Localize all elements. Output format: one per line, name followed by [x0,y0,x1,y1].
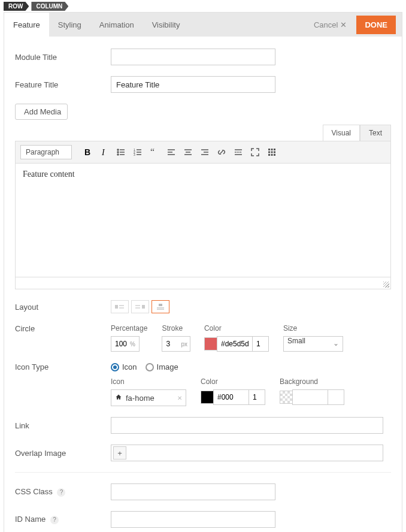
svg-text:3: 3 [134,153,135,156]
blockquote-button[interactable]: “ [147,145,162,159]
svg-point-6 [117,152,119,153]
circle-color-label: Color [204,324,269,332]
module-title-label: Module Title [15,53,111,62]
link-button[interactable] [214,145,229,159]
stroke-input[interactable] [162,336,190,352]
editor-tab-text[interactable]: Text [360,125,391,141]
help-icon[interactable]: ? [50,516,59,524]
stroke-label: Stroke [162,324,190,332]
icon-color-swatch[interactable] [201,391,214,404]
editor-resize-handle[interactable] [15,277,391,289]
overlap-image-label: Overlap Image [15,449,111,458]
size-label: Size [283,324,343,332]
radio-icon[interactable]: Icon [111,362,137,371]
radio-image[interactable]: Image [146,362,178,371]
align-right-button[interactable] [198,145,212,159]
done-button[interactable]: DONE [356,16,396,34]
svg-point-4 [117,149,119,150]
svg-rect-43 [135,307,140,309]
bg-color-input[interactable] [292,389,328,405]
bullet-list-button[interactable] [114,145,128,159]
link-label: Link [15,421,111,430]
svg-rect-39 [119,305,124,306]
align-left-button[interactable] [164,145,178,159]
radio-dot-icon [111,363,119,371]
format-select[interactable]: Paragraph [20,145,72,159]
icon-color-label: Color [201,377,265,386]
css-class-label: CSS Class ? [15,487,111,497]
percentage-label: Percentage [111,324,147,332]
circle-color-swatch[interactable] [204,337,217,350]
close-icon: ✕ [340,20,347,29]
editor-content[interactable]: Feature content [15,164,391,277]
home-icon [115,394,122,403]
circle-opacity-input[interactable] [252,336,269,352]
svg-text:“: “ [150,147,154,157]
help-icon[interactable]: ? [57,488,65,497]
layout-option-right[interactable] [131,300,149,313]
feature-title-label: Feature Title [15,80,111,89]
settings-panel: Feature Styling Animation Visibility Can… [4,12,402,532]
bg-swatch[interactable] [280,391,293,404]
svg-rect-32 [268,152,270,153]
svg-rect-31 [274,149,275,150]
feature-title-input[interactable] [111,76,275,93]
svg-rect-29 [268,149,270,150]
icon-picker[interactable]: fa-home ✕ [111,389,186,406]
tab-animation[interactable]: Animation [90,13,143,37]
layout-option-left[interactable] [111,300,129,313]
tab-styling[interactable]: Styling [49,13,90,37]
number-list-button[interactable]: 123 [131,145,145,159]
bold-button[interactable]: B [80,145,95,159]
breadcrumb-row: ROW [4,2,29,11]
clear-icon[interactable]: ✕ [177,395,182,401]
svg-text:B: B [84,147,90,157]
link-input[interactable] [111,417,383,434]
svg-point-8 [117,154,119,155]
svg-rect-37 [274,154,275,156]
background-label: Background [280,377,344,386]
module-title-input[interactable] [111,49,275,65]
svg-rect-45 [157,307,164,309]
size-select[interactable]: Small [283,336,343,352]
svg-rect-36 [271,154,273,156]
icon-color-input[interactable] [213,389,249,405]
align-center-button[interactable] [181,145,195,159]
bg-opacity-input[interactable] [328,389,344,405]
svg-rect-46 [157,309,164,310]
svg-rect-41 [142,305,145,309]
percentage-input[interactable] [111,336,140,352]
svg-rect-33 [271,152,273,153]
add-media-button[interactable]: Add Media [15,104,68,120]
svg-rect-42 [135,305,140,306]
editor-tab-visual[interactable]: Visual [323,125,360,141]
svg-rect-34 [274,152,275,153]
layout-option-top[interactable] [152,300,169,313]
circle-color-input[interactable] [217,336,253,352]
tab-bar: Feature Styling Animation Visibility Can… [4,13,402,37]
circle-label: Circle [15,324,111,333]
icon-type-label: Icon Type [15,362,111,371]
svg-rect-38 [115,305,118,309]
icon-opacity-input[interactable] [249,389,265,405]
cancel-button[interactable]: Cancel ✕ [309,18,352,32]
svg-rect-40 [119,307,124,309]
id-name-input[interactable] [111,511,275,528]
italic-button[interactable]: I [97,145,111,159]
editor-toolbar: Paragraph B I 123 “ [15,141,391,164]
insert-more-button[interactable] [231,145,246,159]
layout-label: Layout [15,303,111,312]
radio-dot-icon [146,363,154,371]
icon-value: fa-home [126,394,154,403]
tab-visibility[interactable]: Visibility [143,13,189,37]
breadcrumb: ROW COLUMN [4,2,71,11]
fullscreen-button[interactable] [248,145,262,159]
breadcrumb-column: COLUMN [31,2,68,11]
icon-label: Icon [111,377,186,386]
add-image-button[interactable]: + [113,446,126,460]
svg-rect-44 [159,304,162,306]
tab-feature[interactable]: Feature [4,13,49,37]
css-class-input[interactable] [111,483,275,500]
toolbar-toggle-button[interactable] [265,145,279,159]
svg-rect-35 [268,154,270,156]
